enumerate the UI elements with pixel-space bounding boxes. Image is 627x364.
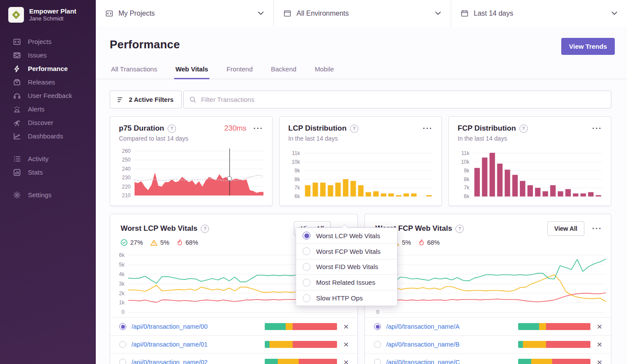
menu-item-worst-lcp[interactable]: Worst LCP Web Vitals	[296, 228, 397, 243]
chevron-down-icon	[258, 11, 264, 15]
lcp-yaxis: 11k10k9k8k7k6k	[288, 148, 304, 199]
org-name: Empower Plant	[29, 7, 76, 15]
activity-icon	[13, 155, 21, 163]
sidebar-item-releases[interactable]: Releases	[0, 75, 96, 89]
menu-item-most-related-issues[interactable]: Most Related Issues	[296, 274, 397, 290]
vitals-bar	[518, 341, 590, 348]
transaction-link[interactable]: /api/0/transaction_name/01	[131, 341, 208, 348]
check-circle-icon	[121, 239, 128, 246]
sidebar-item-projects[interactable]: Projects	[0, 35, 96, 48]
sidebar-item-label: Stats	[28, 169, 43, 176]
transaction-link[interactable]: /api/0/transaction_name/A	[386, 323, 459, 330]
alerts-icon	[13, 105, 21, 113]
sidebar-item-label: Activity	[28, 155, 49, 162]
help-icon[interactable]: ?	[455, 225, 464, 233]
transaction-link[interactable]: /api/0/transaction_name/C	[386, 359, 460, 364]
filter-icon	[118, 97, 124, 102]
gear-icon	[13, 191, 21, 199]
org-switcher[interactable]: Empower Plant Jane Schmidt	[0, 0, 96, 23]
sidebar-item-issues[interactable]: Issues	[0, 48, 96, 62]
card-title: FCP Distribution	[458, 124, 516, 133]
sidebar-item-label: Releases	[28, 78, 55, 86]
close-icon[interactable]: ×	[344, 341, 349, 348]
stats-icon	[13, 168, 21, 176]
row-radio[interactable]	[119, 323, 126, 330]
transaction-link[interactable]: /api/0/transaction_name/02	[131, 359, 208, 364]
app: Empower Plant Jane Schmidt Projects Issu…	[0, 0, 627, 364]
close-icon[interactable]: ×	[597, 359, 602, 364]
menu-item-label: Worst FCP Web Vitals	[316, 248, 381, 255]
issues-icon	[13, 51, 21, 59]
menu-item-label: Worst LCP Web Vitals	[316, 232, 380, 239]
tab-backend[interactable]: Backend	[270, 61, 297, 79]
poor-percent: 68%	[185, 239, 198, 246]
dashboards-icon	[13, 132, 21, 140]
card-subtitle: In the last 14 days	[458, 135, 602, 142]
sidebar-item-label: User Feedback	[28, 92, 72, 99]
row-radio[interactable]	[119, 359, 126, 364]
view-trends-button[interactable]: View Trends	[561, 38, 615, 55]
projects-icon	[13, 37, 21, 46]
sidebar-item-activity[interactable]: Activity	[0, 152, 96, 165]
main-content: Performance View Trends All Transactions…	[96, 27, 627, 364]
transaction-search[interactable]	[183, 91, 611, 108]
card-subtitle: Compared to last 14 days	[119, 135, 263, 142]
transaction-link[interactable]: /api/0/transaction_name/00	[131, 323, 208, 330]
sidebar-item-discover[interactable]: Discover	[0, 116, 96, 129]
table-row: /api/0/transaction_name/A ×	[365, 317, 611, 335]
row-radio[interactable]	[374, 359, 381, 364]
active-filters-button[interactable]: 2 Active Filters	[110, 91, 182, 108]
sidebar-item-user-feedback[interactable]: User Feedback	[0, 89, 96, 102]
card-menu-button[interactable]: ···	[423, 126, 433, 131]
row-radio[interactable]	[374, 323, 381, 330]
sidebar-item-dashboards[interactable]: Dashboards	[0, 129, 96, 143]
project-selector-label: My Projects	[118, 10, 155, 17]
sidebar-item-stats[interactable]: Stats	[0, 165, 96, 179]
menu-item-slow-http-ops[interactable]: Slow HTTP Ops	[296, 290, 397, 306]
close-icon[interactable]: ×	[344, 323, 349, 330]
tab-mobile[interactable]: Mobile	[314, 61, 335, 79]
help-icon[interactable]: ?	[201, 225, 209, 233]
menu-item-worst-fcp[interactable]: Worst FCP Web Vitals	[296, 243, 397, 259]
transaction-link[interactable]: /api/0/transaction_name/B	[386, 341, 459, 348]
sidebar-item-performance[interactable]: Performance	[0, 62, 96, 75]
p75-value: 230ms	[224, 124, 246, 133]
menu-item-worst-fid[interactable]: Worst FID Web Vitals	[296, 259, 397, 275]
table-row: /api/0/transaction_name/00 ×	[110, 317, 357, 335]
menu-radio	[303, 279, 310, 286]
vitals-bar	[265, 341, 337, 348]
close-icon[interactable]: ×	[597, 341, 602, 348]
close-icon[interactable]: ×	[597, 323, 602, 330]
table-row: /api/0/transaction_name/C ×	[365, 353, 611, 364]
project-selector[interactable]: My Projects	[96, 0, 273, 27]
tab-all-transactions[interactable]: All Transactions	[110, 61, 158, 79]
sidebar-item-settings[interactable]: Settings	[0, 188, 96, 202]
help-icon[interactable]: ?	[168, 125, 176, 133]
help-icon[interactable]: ?	[350, 125, 358, 133]
help-icon[interactable]: ?	[519, 125, 528, 133]
row-radio[interactable]	[374, 341, 381, 348]
search-input[interactable]	[200, 95, 605, 104]
card-title: LCP Distribution	[288, 124, 347, 133]
card-menu-button[interactable]: ···	[592, 126, 602, 131]
close-icon[interactable]: ×	[344, 359, 349, 364]
card-menu-button[interactable]: ···	[253, 126, 263, 131]
menu-radio	[303, 294, 310, 302]
vitals-bar	[518, 323, 590, 330]
table-row: /api/0/transaction_name/02 ×	[110, 353, 357, 364]
date-range-selector[interactable]: Last 14 days	[451, 0, 627, 27]
row-radio[interactable]	[119, 341, 126, 348]
tab-web-vitals[interactable]: Web Vitals	[174, 61, 209, 79]
environment-selector[interactable]: All Environments	[273, 0, 451, 27]
warning-triangle-icon	[150, 239, 158, 246]
sidebar-item-alerts[interactable]: Alerts	[0, 102, 96, 116]
tab-frontend[interactable]: Frontend	[225, 61, 254, 79]
chevron-down-icon	[611, 11, 617, 15]
view-all-button[interactable]: View All	[547, 221, 584, 236]
p75-yaxis: 260250240230220210	[119, 148, 135, 199]
chevron-down-icon	[435, 11, 441, 15]
hover-marker-line	[229, 148, 230, 195]
sidebar-item-label: Discover	[28, 119, 53, 126]
menu-radio	[303, 247, 310, 255]
card-menu-button[interactable]: ···	[592, 226, 602, 231]
